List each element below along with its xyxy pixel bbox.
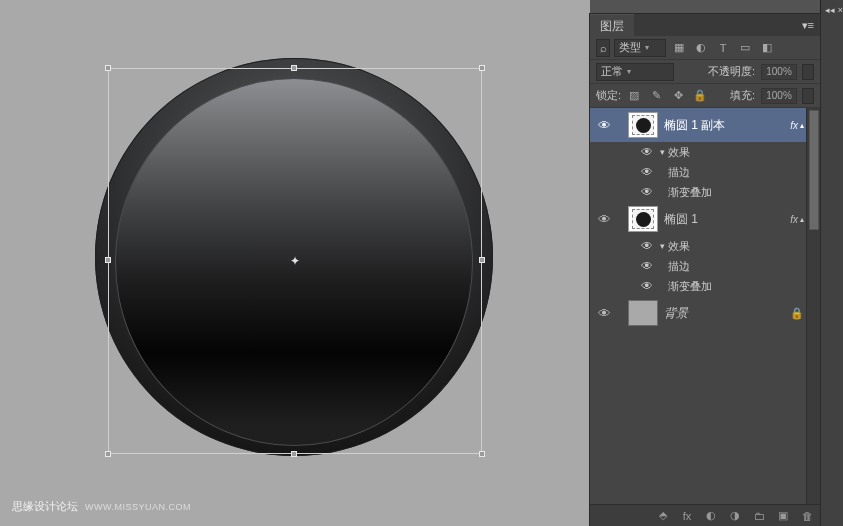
chevron-down-icon[interactable]: ▴ [800, 215, 804, 224]
fill-slider-icon[interactable] [802, 88, 814, 104]
lock-all-icon[interactable]: 🔒 [691, 87, 709, 105]
fx-item-label: 描边 [668, 165, 690, 180]
opacity-label: 不透明度: [708, 64, 755, 79]
fill-input[interactable]: 100% [761, 88, 797, 104]
visibility-icon[interactable]: 👁 [638, 259, 656, 273]
filter-adjust-icon[interactable]: ◐ [692, 39, 710, 57]
fx-item-gradient-overlay[interactable]: 👁 渐变叠加 [590, 182, 820, 202]
fill-label: 填充: [730, 88, 755, 103]
visibility-icon[interactable]: 👁 [594, 118, 614, 133]
transform-handle-top-left[interactable] [105, 65, 111, 71]
chevron-down-icon[interactable]: ▴ [800, 121, 804, 130]
transform-handle-bottom-right[interactable] [479, 451, 485, 457]
chevron-down-icon: ▾ [627, 67, 631, 76]
new-layer-icon[interactable]: ▣ [774, 507, 792, 525]
lock-pixels-icon[interactable]: ✎ [647, 87, 665, 105]
visibility-icon[interactable]: 👁 [594, 306, 614, 321]
lock-label: 锁定: [596, 88, 621, 103]
blend-mode-row: 正常▾ 不透明度: 100% [590, 60, 820, 84]
link-layers-icon[interactable]: ⬘ [654, 507, 672, 525]
transform-handle-bottom-left[interactable] [105, 451, 111, 457]
close-icon[interactable]: × [838, 5, 843, 15]
filter-kind-label: 类型 [619, 40, 641, 55]
layer-thumbnail[interactable] [628, 300, 658, 326]
lock-transparency-icon[interactable]: ▨ [625, 87, 643, 105]
collapse-icon[interactable]: ◂◂ [825, 5, 835, 15]
layer-row-ellipse[interactable]: 👁 椭圆 1 fx ▴ [590, 202, 820, 236]
opacity-slider-icon[interactable] [802, 64, 814, 80]
visibility-icon[interactable]: 👁 [638, 145, 656, 159]
layer-name[interactable]: 背景 [664, 305, 790, 322]
layer-mask-icon[interactable]: ◐ [702, 507, 720, 525]
fx-item-gradient-overlay[interactable]: 👁 渐变叠加 [590, 276, 820, 296]
fx-item-stroke[interactable]: 👁 描边 [590, 256, 820, 276]
scrollbar-thumb[interactable] [809, 110, 819, 230]
fx-group: 👁 ▾ 效果 [590, 142, 820, 162]
filter-shape-icon[interactable]: ▭ [736, 39, 754, 57]
layer-name[interactable]: 椭圆 1 副本 [664, 117, 790, 134]
transform-handle-top-right[interactable] [479, 65, 485, 71]
lock-position-icon[interactable]: ✥ [669, 87, 687, 105]
panel-menu-icon[interactable]: ▾≡ [796, 15, 820, 36]
panel-tab-bar: 图层 ▾≡ [590, 14, 820, 36]
blend-mode-dropdown[interactable]: 正常▾ [596, 63, 674, 81]
fx-badge[interactable]: fx [790, 120, 798, 131]
filter-pixel-icon[interactable]: ▦ [670, 39, 688, 57]
visibility-icon[interactable]: 👁 [638, 239, 656, 253]
delete-layer-icon[interactable]: 🗑 [798, 507, 816, 525]
layer-filter-row: ⌕ 类型▾ ▦ ◐ T ▭ ◧ [590, 36, 820, 60]
canvas-viewport[interactable]: ✦ 思缘设计论坛 WWW.MISSYUAN.COM [0, 0, 590, 526]
fx-item-stroke[interactable]: 👁 描边 [590, 162, 820, 182]
watermark-text: 思缘设计论坛 WWW.MISSYUAN.COM [12, 499, 191, 514]
tab-layers[interactable]: 图层 [590, 14, 634, 36]
visibility-icon[interactable]: 👁 [638, 185, 656, 199]
layers-panel: 图层 ▾≡ ⌕ 类型▾ ▦ ◐ T ▭ ◧ 正常▾ 不透明度: 100% 锁定:… [590, 14, 820, 526]
fx-item-label: 渐变叠加 [668, 185, 712, 200]
twirl-down-icon[interactable]: ▾ [656, 147, 668, 157]
filter-smart-icon[interactable]: ◧ [758, 39, 776, 57]
blend-mode-value: 正常 [601, 64, 623, 79]
fx-label: 效果 [668, 145, 690, 160]
visibility-icon[interactable]: 👁 [638, 165, 656, 179]
layer-thumbnail[interactable] [628, 206, 658, 232]
watermark-label: 思缘设计论坛 [12, 500, 78, 512]
tab-label: 图层 [600, 19, 624, 33]
fx-item-label: 描边 [668, 259, 690, 274]
layer-name[interactable]: 椭圆 1 [664, 211, 790, 228]
chevron-down-icon: ▾ [645, 43, 649, 52]
adjustment-layer-icon[interactable]: ◑ [726, 507, 744, 525]
filter-type-icon[interactable]: T [714, 39, 732, 57]
layer-style-icon[interactable]: fx [678, 507, 696, 525]
layer-list: 👁 椭圆 1 副本 fx ▴ 👁 ▾ 效果 👁 描边 👁 渐变叠加 👁 椭圆 1 [590, 108, 820, 508]
layer-thumbnail[interactable] [628, 112, 658, 138]
layer-row-ellipse-copy[interactable]: 👁 椭圆 1 副本 fx ▴ [590, 108, 820, 142]
new-group-icon[interactable]: 🗀 [750, 507, 768, 525]
filter-search-icon[interactable]: ⌕ [596, 39, 610, 57]
twirl-down-icon[interactable]: ▾ [656, 241, 668, 251]
visibility-icon[interactable]: 👁 [594, 212, 614, 227]
opacity-input[interactable]: 100% [761, 64, 797, 80]
ellipse-1-copy-shape [115, 78, 473, 446]
fx-group: 👁 ▾ 效果 [590, 236, 820, 256]
lock-row: 锁定: ▨ ✎ ✥ 🔒 填充: 100% [590, 84, 820, 108]
layers-panel-footer: ⬘ fx ◐ ◑ 🗀 ▣ 🗑 [590, 504, 820, 526]
scrollbar-track[interactable] [806, 108, 820, 508]
fx-item-label: 渐变叠加 [668, 279, 712, 294]
fx-label: 效果 [668, 239, 690, 254]
filter-kind-dropdown[interactable]: 类型▾ [614, 39, 666, 57]
visibility-icon[interactable]: 👁 [638, 279, 656, 293]
fx-badge[interactable]: fx [790, 214, 798, 225]
watermark-url: WWW.MISSYUAN.COM [85, 502, 191, 512]
lock-icon: 🔒 [790, 307, 804, 320]
panel-dock-strip: ◂◂ × [820, 0, 843, 526]
layer-row-background[interactable]: 👁 背景 🔒 [590, 296, 820, 330]
